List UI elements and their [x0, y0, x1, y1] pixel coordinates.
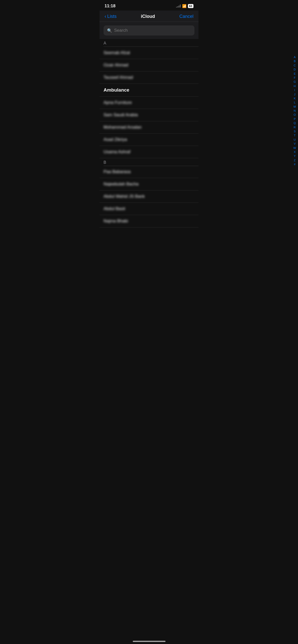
contact-name: Asad Zikriya [104, 137, 127, 142]
back-label: Lists [107, 14, 117, 19]
list-item[interactable]: Najeebulah Bacha [100, 178, 198, 190]
list-item[interactable]: Asad Zikriya [100, 134, 198, 146]
list-item[interactable]: Seemab Afzal [100, 47, 198, 59]
back-button[interactable]: ‹ Lists [105, 14, 117, 19]
contact-name: Ozair Ahmad [104, 63, 128, 67]
battery-indicator: 63 [188, 4, 193, 8]
status-time: 11:18 [105, 4, 115, 9]
contact-name: Abdul Basit [104, 206, 125, 211]
wifi-icon: 📶 [182, 4, 186, 8]
list-item[interactable]: Tauseef Ahmad [100, 71, 198, 84]
section-header-b: B [100, 158, 198, 166]
contact-name: Najeebulah Bacha [104, 182, 139, 186]
navigation-bar: ‹ Lists iCloud Cancel [100, 11, 198, 22]
contact-name: Mohammad Arsalan [104, 125, 142, 130]
list-item[interactable]: Abdul Wahid JS Bank [100, 190, 198, 203]
contact-name: Tauseef Ahmad [104, 75, 133, 80]
page-title: iCloud [141, 14, 155, 19]
contact-name: Abdul Wahid JS Bank [104, 194, 145, 199]
signal-icon [176, 5, 181, 8]
contact-name: Apna Furniture [104, 100, 132, 105]
contact-name: Sam Saudi Arabia [104, 112, 138, 117]
list-item[interactable]: Usama Ashraf [100, 146, 198, 158]
contact-name: Najma Bhabi [104, 219, 128, 223]
search-container: 🔍 [100, 22, 198, 39]
contact-name: Seemab Afzal [104, 50, 130, 55]
section-header-a: A [100, 39, 198, 47]
list-item[interactable]: Ozair Ahmad [100, 59, 198, 71]
search-input[interactable] [114, 28, 191, 33]
list-item[interactable]: Najma Bhabi [100, 215, 198, 227]
list-item[interactable]: Ambulance [100, 84, 198, 97]
list-item[interactable]: Mohammad Arsalan [100, 121, 198, 134]
chevron-left-icon: ‹ [105, 13, 106, 19]
search-bar[interactable]: 🔍 [104, 25, 194, 35]
status-bar: 11:18 📶 63 [100, 0, 198, 11]
contacts-list: ASeemab AfzalOzair AhmadTauseef AhmadAmb… [100, 39, 198, 237]
contact-name: Ambulance [104, 87, 129, 93]
list-item[interactable]: Paa Babarasa [100, 166, 198, 178]
list-item[interactable]: Sam Saudi Arabia [100, 109, 198, 121]
list-item[interactable]: Abdul Basit [100, 203, 198, 215]
contact-name: Paa Babarasa [104, 169, 131, 174]
contact-name: Usama Ashraf [104, 149, 130, 154]
search-icon: 🔍 [107, 28, 112, 33]
list-item[interactable]: Apna Furniture [100, 97, 198, 109]
cancel-button[interactable]: Cancel [179, 14, 193, 19]
status-icons: 📶 63 [176, 4, 193, 8]
